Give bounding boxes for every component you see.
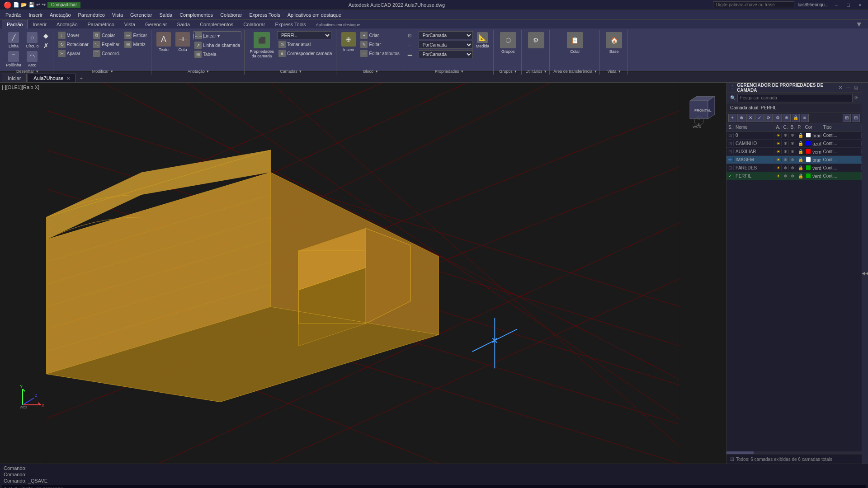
menu-complementos[interactable]: Complementos bbox=[176, 11, 217, 19]
cota-button[interactable]: ⊣⊢ Cota bbox=[174, 31, 191, 53]
tab-aplicativos[interactable]: Aplicativos em destaque bbox=[311, 21, 365, 28]
layer-locked-0[interactable]: 🔒 bbox=[796, 133, 803, 138]
prop-dropdown-3[interactable]: PorCamada bbox=[419, 50, 473, 58]
col-header-tipo[interactable]: Tipo bbox=[821, 125, 862, 130]
layer-locked-imagem[interactable]: 🔒 bbox=[796, 157, 803, 162]
arco-button[interactable]: ◠ Arco bbox=[24, 50, 40, 68]
model-canvas[interactable] bbox=[0, 83, 726, 464]
scrollbar-thumb[interactable] bbox=[726, 451, 754, 454]
layer-frozen-auxiliar[interactable]: ❄ bbox=[782, 149, 789, 154]
layer-search-input[interactable] bbox=[737, 94, 853, 102]
layer-color-auxiliar[interactable]: vermel... bbox=[803, 149, 821, 155]
circulo-button[interactable]: ○ Círculo bbox=[24, 31, 40, 49]
close-btn[interactable]: × bbox=[856, 2, 864, 8]
search-input[interactable] bbox=[713, 1, 794, 8]
minimize-btn[interactable]: − bbox=[832, 2, 840, 8]
layer-vp-caminho[interactable]: ❄ bbox=[789, 141, 796, 146]
freeze-vp-btn[interactable]: ❄ bbox=[783, 114, 791, 122]
corresponder-button[interactable]: ≡ Corresponder camada bbox=[277, 49, 334, 57]
menu-inserir[interactable]: Inserir bbox=[25, 11, 46, 19]
tab-complementos[interactable]: Complementos bbox=[195, 20, 238, 28]
col-header-s[interactable]: S. bbox=[726, 125, 734, 130]
tab-colaborar[interactable]: Colaborar bbox=[238, 20, 270, 28]
colar-button[interactable]: 📋 Colar bbox=[566, 31, 585, 55]
col-header-p[interactable]: P. bbox=[796, 125, 803, 130]
linear-button[interactable]: |←→| Linear ▾ bbox=[193, 31, 241, 40]
set-current-btn[interactable]: ✓ bbox=[755, 114, 764, 122]
tab-padrao[interactable]: Padrão bbox=[2, 20, 28, 28]
layer-locked-auxiliar[interactable]: 🔒 bbox=[796, 149, 803, 154]
layer-locked-caminho[interactable]: 🔒 bbox=[796, 141, 803, 146]
doc-tab-aula7[interactable]: Aula7Uhouse ✕ bbox=[28, 74, 76, 82]
menu-padrao[interactable]: Padrão bbox=[2, 11, 25, 19]
concord-button[interactable]: ⌒ Concord. bbox=[92, 49, 122, 57]
layer-on-imagem[interactable]: ☀ bbox=[774, 157, 782, 162]
matriz-button[interactable]: ⊞ Matriz bbox=[123, 40, 148, 48]
expand-btn[interactable]: ⊞ bbox=[843, 114, 851, 122]
layer-on-perfil[interactable]: ☀ bbox=[774, 174, 782, 178]
col-header-a[interactable]: A. bbox=[774, 125, 782, 130]
desenhar-extra-btn2[interactable]: ✗ bbox=[42, 41, 50, 50]
editar-bloco-button[interactable]: ✎ Editar bbox=[359, 40, 401, 48]
layer-locked-perfil[interactable]: 🔒 bbox=[796, 174, 803, 178]
layer-color-paredes[interactable]: verde bbox=[803, 165, 821, 171]
col-header-cor[interactable]: Cor bbox=[803, 125, 821, 130]
new-layer-btn[interactable]: + bbox=[728, 114, 736, 122]
layer-row-paredes[interactable]: ⊡ PAREDES ☀ ❄ ❄ 🔒 verde Conti... bbox=[726, 164, 862, 172]
layer-vp-imagem[interactable]: ❄ bbox=[789, 157, 796, 162]
layer-row-imagem[interactable]: ✏ IMAGEM ☀ ❄ ❄ 🔒 branco Conti... bbox=[726, 156, 862, 164]
tab-express[interactable]: Express Tools bbox=[270, 20, 311, 28]
tabela-button[interactable]: ⊞ Tabela bbox=[193, 50, 241, 58]
base-button[interactable]: 🏠 Base bbox=[604, 31, 623, 55]
rotacionar-button[interactable]: ↻ Rotacionar bbox=[57, 40, 90, 48]
utilitarios-button[interactable]: ⚙ bbox=[527, 31, 546, 50]
prop-dropdown-2[interactable]: PorCamada bbox=[419, 41, 473, 49]
prop-dropdown-1[interactable]: PorCamada bbox=[419, 31, 473, 39]
col-header-b[interactable]: B. bbox=[789, 125, 796, 130]
panel-minimize-btn[interactable]: ─ bbox=[846, 84, 850, 91]
cmd-icon-x[interactable]: ✕ bbox=[9, 486, 12, 488]
viewport[interactable]: [-][OLE1][Raio X] bbox=[0, 83, 726, 464]
doc-tab-close[interactable]: ✕ bbox=[66, 76, 70, 81]
tab-anotacao[interactable]: Anotação bbox=[52, 20, 82, 28]
panel-float-btn[interactable]: ⧉ bbox=[854, 84, 858, 91]
tab-inserir[interactable]: Inserir bbox=[28, 20, 52, 28]
panel-collapse-btn[interactable]: ◀◀ bbox=[862, 83, 868, 464]
inserir-bloco-button[interactable]: ⊕ Inserir bbox=[340, 31, 357, 53]
menu-colaborar[interactable]: Colaborar bbox=[217, 11, 245, 19]
tab-gerenciar[interactable]: Gerenciar bbox=[140, 20, 172, 28]
refresh-icon[interactable]: ⟳ bbox=[854, 95, 858, 100]
col-header-nome[interactable]: Nome bbox=[734, 125, 774, 130]
new-btn[interactable]: 📄 bbox=[13, 2, 19, 8]
texto-button[interactable]: A Texto bbox=[155, 31, 172, 53]
col-settings-btn[interactable]: ≡ bbox=[801, 114, 809, 122]
menu-vista[interactable]: Vista bbox=[108, 11, 127, 19]
undo-btn[interactable]: ↩ bbox=[36, 2, 40, 8]
col-header-c[interactable]: C. bbox=[782, 125, 789, 130]
layer-vp-paredes[interactable]: ❄ bbox=[789, 165, 796, 170]
doc-tab-add[interactable]: + bbox=[77, 74, 85, 82]
linha-chamada-button[interactable]: ↗ Linha de chamada bbox=[193, 41, 241, 49]
open-btn[interactable]: 📂 bbox=[21, 2, 27, 8]
layer-on-0[interactable]: ☀ bbox=[774, 133, 782, 138]
espelhar-button[interactable]: ⇋ Espelhar bbox=[92, 40, 122, 48]
ribbon-toggle[interactable]: ▼ bbox=[852, 20, 866, 28]
layer-dropdown[interactable]: PERFIL bbox=[277, 31, 331, 39]
propriedades-camada-button[interactable]: ⬛ Propriedadesda camada bbox=[248, 31, 275, 59]
command-input-row[interactable]: ✎ ✕ ⏎ bbox=[2, 485, 866, 488]
aparar-button[interactable]: ✂ Aparar bbox=[57, 49, 90, 57]
panel-close-btn[interactable]: ✕ bbox=[838, 84, 843, 91]
copiar-button[interactable]: ⧉ Copiar bbox=[92, 31, 122, 39]
medida-button[interactable]: 📐 Medida bbox=[475, 31, 491, 49]
layer-frozen-caminho[interactable]: ❄ bbox=[782, 141, 789, 146]
layer-row-perfil[interactable]: ✓ PERFIL ☀ ❄ ❄ 🔒 verde Conti... bbox=[726, 172, 862, 180]
layer-vp-auxiliar[interactable]: ❄ bbox=[789, 149, 796, 154]
scrollbar-track[interactable] bbox=[726, 451, 862, 454]
tab-vista[interactable]: Vista bbox=[119, 20, 140, 28]
layer-color-perfil[interactable]: verde bbox=[803, 174, 821, 179]
doc-tab-iniciar[interactable]: Iniciar bbox=[2, 74, 27, 82]
maximize-btn[interactable]: □ bbox=[844, 2, 853, 8]
desenhar-extra-btn[interactable]: ◆ bbox=[42, 31, 50, 40]
menu-express-tools[interactable]: Express Tools bbox=[245, 11, 283, 19]
layer-color-caminho[interactable]: azul bbox=[803, 141, 821, 146]
